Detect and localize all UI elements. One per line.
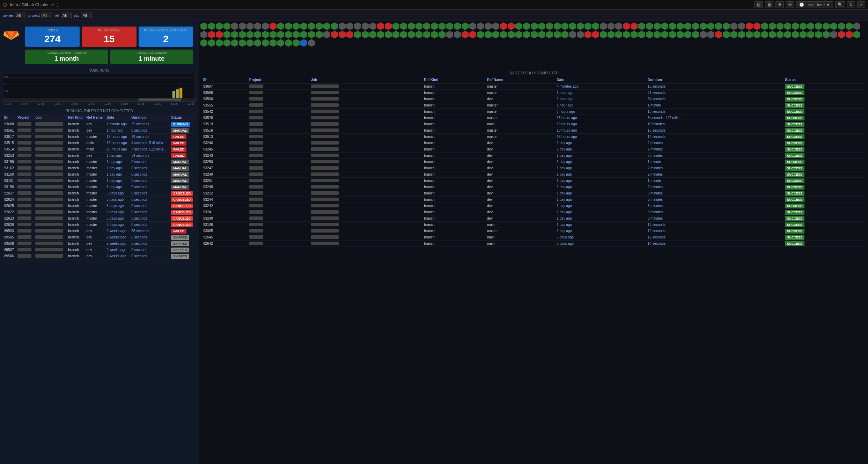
table-row[interactable]: 93561 branch dev 1 hour ago 0 seconds MA… xyxy=(3,127,196,134)
scol-duration[interactable]: Duration xyxy=(646,76,784,83)
time-range-picker[interactable]: 🕐 Last 1 hour ▼ xyxy=(796,1,833,8)
table-row[interactable]: 92622 branch master 5 days ago 0 seconds… xyxy=(3,209,196,215)
table-row[interactable]: 89508 branch dev 2 weeks ago 0 seconds S… xyxy=(3,241,196,247)
table-row[interactable]: 89503 branch dev 2 weeks ago 58 seconds … xyxy=(3,228,196,234)
col-project[interactable]: Project xyxy=(16,114,34,121)
col-job[interactable]: Job xyxy=(34,114,67,121)
table-row[interactable]: 92624 branch master 5 days ago 0 seconds… xyxy=(3,197,196,203)
expand-icon-btn[interactable]: ↗ xyxy=(857,1,865,8)
table-row[interactable]: 93106 branch main 1 day ago 12 seconds S… xyxy=(202,222,865,228)
refresh-icon-btn[interactable]: ↻ xyxy=(847,1,855,8)
table-row[interactable]: 93160 branch master 1 day ago 0 seconds … xyxy=(3,171,196,178)
table-row[interactable]: 93514 branch main 18 hours ago 7 seconds… xyxy=(3,146,196,153)
cell-project xyxy=(248,234,310,241)
table-row[interactable]: 93162 branch master 1 day ago 0 seconds … xyxy=(3,165,196,171)
scol-project[interactable]: Project xyxy=(248,76,310,83)
table-row[interactable]: 93246 branch dev 1 day ago 2 minutes SUC… xyxy=(202,140,865,146)
filter-owner-select[interactable]: All xyxy=(15,13,25,18)
cell-date: 5 days ago xyxy=(105,197,130,203)
table-row[interactable]: 92627 branch master 5 days ago 0 seconds… xyxy=(3,190,196,197)
table-row[interactable]: 89507 branch dev 2 weeks ago 0 seconds S… xyxy=(3,247,196,253)
table-row[interactable]: 93566 branch master 1 hour ago 21 second… xyxy=(202,90,865,96)
table-row[interactable]: 93250 branch dev 1 day ago 1 minute SUCC… xyxy=(202,159,865,165)
col-status[interactable]: Status xyxy=(170,114,196,121)
cell-date: 1 day ago xyxy=(105,184,130,190)
bar-icon-btn[interactable]: ▩ xyxy=(765,1,773,8)
table-row[interactable]: 93528 branch master 15 hours ago 8 secon… xyxy=(202,115,865,121)
table-row[interactable]: 93513 branch master 18 hours ago 14 seco… xyxy=(202,134,865,140)
search-icon-btn[interactable]: 🔍 xyxy=(835,1,845,8)
table-row[interactable]: 93253 branch dev 1 day ago 34 seconds FA… xyxy=(3,153,196,159)
filter-job-select[interactable]: All xyxy=(81,13,92,18)
cell-duration: 3 minutes xyxy=(646,190,784,197)
table-row[interactable]: 93159 branch master 1 day ago 0 seconds … xyxy=(3,159,196,165)
col-refname[interactable]: Ref Name xyxy=(85,114,105,121)
scol-status[interactable]: Status xyxy=(784,76,865,83)
cell-date: 18 hours ago xyxy=(555,134,646,140)
cell-refname: dev xyxy=(486,209,555,215)
gear-icon-btn[interactable]: ⚙ xyxy=(775,1,784,8)
col-refkind[interactable]: Ref Kind xyxy=(67,114,85,121)
table-row[interactable]: 93247 branch dev 1 day ago 2 minutes SUC… xyxy=(202,165,865,171)
table-row[interactable]: 93607 branch master 4 minutes ago 15 sec… xyxy=(202,83,865,90)
scol-id[interactable]: ID xyxy=(202,76,248,83)
cell-id: 93561 xyxy=(3,127,16,134)
table-row[interactable]: 93245 branch dev 1 day ago 7 minutes SUC… xyxy=(202,146,865,153)
table-row[interactable]: 93252 branch dev 1 day ago 3 minutes SUC… xyxy=(202,190,865,197)
table-row[interactable]: 93248 branch dev 1 day ago 2 minutes SUC… xyxy=(202,184,865,190)
table-row[interactable]: 93515 branch main 18 hours ago 4 seconds… xyxy=(3,140,196,146)
hex-cell xyxy=(231,22,238,30)
status-badge: MANUAL xyxy=(171,160,189,164)
table-row[interactable]: 93241 branch dev 1 day ago 3 minutes SUC… xyxy=(202,209,865,215)
table-row[interactable]: 92642 branch main 5 days ago 14 seconds … xyxy=(202,241,865,247)
table-row[interactable]: 93085 branch master 1 day ago 12 seconds… xyxy=(202,228,865,234)
table-row[interactable]: 93158 branch master 1 day ago 0 seconds … xyxy=(3,184,196,190)
table-row[interactable]: 93542 branch master 6 hours ago 18 secon… xyxy=(202,109,865,115)
table-row[interactable]: 92645 branch main 5 days ago 12 seconds … xyxy=(202,234,865,241)
filter-project-select[interactable]: All xyxy=(41,13,52,18)
table-row[interactable]: 93519 branch main 18 hours ago 10 minute… xyxy=(202,121,865,127)
avg-frequency-label: Average Job Run Frequency xyxy=(28,51,105,54)
chart-icon-btn[interactable]: ▤ xyxy=(755,1,763,8)
scol-date[interactable]: Date ↓ xyxy=(555,76,646,83)
cell-job xyxy=(34,203,67,209)
table-row[interactable]: 92626 branch master 5 days ago 0 seconds… xyxy=(3,222,196,228)
col-id[interactable]: ID xyxy=(3,114,16,121)
table-row[interactable]: 93240 branch dev 1 day ago 3 minutes SUC… xyxy=(202,215,865,222)
hex-cell xyxy=(293,22,300,30)
table-row[interactable]: 93161 branch master 1 day ago 0 seconds … xyxy=(3,178,196,184)
scol-job[interactable]: Job xyxy=(309,76,422,83)
col-duration[interactable]: Duration xyxy=(130,114,170,121)
table-row[interactable]: 93242 branch dev 1 day ago 3 minutes SUC… xyxy=(202,203,865,209)
cell-job xyxy=(309,203,422,209)
table-row[interactable]: 93555 branch master 1 hour ago 1 minute … xyxy=(202,102,865,109)
table-row[interactable]: 93560 branch dev 1 hour ago 54 seconds S… xyxy=(202,96,865,102)
stat-runs: RUNS # (in the last hour) 2 xyxy=(139,27,193,47)
star-icon[interactable]: ☆ xyxy=(51,2,54,7)
comment-icon-btn[interactable]: ✉ xyxy=(786,1,794,8)
table-row[interactable]: 92625 branch master 5 days ago 0 seconds… xyxy=(3,203,196,209)
table-row[interactable]: 93249 branch dev 1 day ago 2 minutes SUC… xyxy=(202,171,865,178)
filter-ref-select[interactable]: All xyxy=(61,13,72,18)
scol-refname[interactable]: Ref Name xyxy=(486,76,555,83)
hex-cell xyxy=(308,31,315,38)
table-row[interactable]: 93516 branch master 18 hours ago 15 seco… xyxy=(202,127,865,134)
table-row[interactable]: 89505 branch dev 2 weeks ago 0 seconds S… xyxy=(3,234,196,241)
hex-cell xyxy=(715,22,722,30)
table-row[interactable]: 93608 branch dev 1 minute ago 55 seconds… xyxy=(3,121,196,127)
scol-refkind[interactable]: Ref Kind xyxy=(422,76,486,83)
status-badge: MANUAL xyxy=(171,172,189,177)
share-icon[interactable]: 〉 xyxy=(57,2,59,7)
table-row[interactable]: 93243 branch dev 1 day ago 3 minutes SUC… xyxy=(202,153,865,159)
table-row[interactable]: 93517 branch master 18 hours ago 29 seco… xyxy=(3,134,196,140)
table-row[interactable]: 92623 branch master 5 days ago 0 seconds… xyxy=(3,215,196,222)
table-row[interactable]: 93244 branch dev 1 day ago 3 minutes SUC… xyxy=(202,197,865,203)
cell-status: SUCCESS xyxy=(784,171,865,178)
cell-job xyxy=(309,102,422,109)
status-badge: SUCCESS xyxy=(785,235,804,240)
hex-cell xyxy=(362,31,369,38)
col-date[interactable]: Date ↑ xyxy=(105,114,130,121)
cell-duration: 18 seconds xyxy=(646,109,784,115)
table-row[interactable]: 89506 branch dev 2 weeks ago 0 seconds S… xyxy=(3,253,196,259)
table-row[interactable]: 93251 branch dev 1 day ago 1 minute SUCC… xyxy=(202,178,865,184)
